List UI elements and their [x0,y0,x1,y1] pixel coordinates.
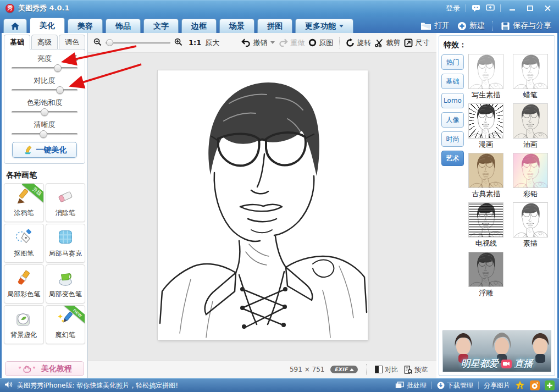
original-image-button[interactable]: 原图 [308,38,333,48]
add-app-icon[interactable] [545,380,555,390]
effect-comic[interactable]: 漫画 [467,104,505,150]
brush-mosaic[interactable]: 局部马赛克 [46,224,86,263]
slider-knob[interactable] [41,108,48,116]
zoom-out-icon[interactable] [93,38,102,48]
resize-button[interactable]: 尺寸 [404,38,429,48]
maximize-button[interactable] [524,4,536,13]
tab-beautify[interactable]: 美化 [30,18,65,34]
brush-magic-pen[interactable]: 魔幻笔 new [46,305,86,344]
exif-badge[interactable]: EXIF [330,366,358,373]
rotate-button[interactable]: 旋转 [346,38,371,48]
batch-process-button[interactable]: 批处理 [395,381,427,390]
plus-circle-icon [457,21,467,31]
adjust-tab-advanced[interactable]: 高级 [31,35,58,49]
effects-panel: 特效： 热门 基础 Lomo 人像 时尚 艺术 写生素描 [436,33,557,378]
contrast-slider[interactable] [12,89,78,91]
effect-sketch[interactable]: 素描 [512,203,549,249]
app-logo-icon: 秀 [5,4,14,13]
slider-knob[interactable] [54,64,62,72]
minimize-button[interactable] [506,4,518,13]
chevron-down-icon [339,25,344,27]
brush-local-color-pen[interactable]: 局部彩色笔 [4,264,44,303]
mosaic-icon [56,229,75,246]
open-button[interactable]: 打开 [420,21,450,31]
new-button[interactable]: 新建 [457,21,485,31]
zoom-in-icon[interactable] [174,38,182,48]
taskbar: 美图秀秀iPhone版: 帮你快速美化照片，轻松搞定拼图! 批处理 下载管理 分… [0,378,559,392]
one-key-beautify-button[interactable]: 一键美化 [12,142,77,158]
zoom-original-label[interactable]: 原大 [205,38,219,48]
divider [366,364,367,375]
photo-image[interactable] [158,70,368,340]
clarity-slider[interactable] [12,133,78,135]
category-portrait[interactable]: 人像 [441,112,464,128]
header: 秀 美图秀秀 4.0.1 登录 美化 美容 [0,0,559,33]
category-art[interactable]: 艺术 [441,151,464,166]
brush-cutout-pen[interactable]: 抠图笔 [4,224,44,263]
zoom-slider-knob[interactable] [106,39,113,46]
effect-oil-painting[interactable]: 油画 [512,104,549,150]
tab-collage[interactable]: 拼图 [257,19,292,34]
brush-background-blur[interactable]: 背景虚化 [4,305,44,344]
save-share-button[interactable]: 保存与分享 [501,21,551,31]
slider-knob[interactable] [56,86,64,94]
crop-button[interactable]: 裁剪 [375,38,400,48]
stamp-icon [23,145,33,154]
divider [431,382,432,389]
saturation-slider[interactable] [12,111,78,113]
download-icon [437,382,445,389]
category-hot[interactable]: 热门 [441,54,464,70]
reset-icon[interactable] [71,54,79,64]
beautify-tutorial-button[interactable]: 美化教程 [5,361,84,376]
brightness-slider[interactable] [12,67,78,69]
category-fashion[interactable]: 时尚 [441,131,464,147]
compare-icon [375,366,383,373]
category-basic[interactable]: 基础 [441,74,464,89]
chevron-down-icon[interactable] [270,41,275,44]
color-brush-icon [14,269,33,287]
effect-crayon[interactable]: 蜡笔 [512,54,549,100]
brush-recolor-pen[interactable]: 局部变色笔 [46,264,86,303]
effect-classic-sketch[interactable]: 古典素描 [467,153,505,199]
app-window: 秀 美图秀秀 4.0.1 登录 美化 美容 [0,0,559,392]
slider-knob[interactable] [40,130,47,138]
effect-tv-lines[interactable]: 电视线 [467,203,505,249]
tab-frame[interactable]: 边框 [181,19,217,34]
effect-color-pencil[interactable]: 彩铅 [512,153,549,199]
zoom-ratio-label[interactable]: 1:1 [189,38,201,47]
effect-sketch-drawing[interactable]: 写生素描 [467,54,505,100]
compare-button[interactable]: 对比 [375,365,398,374]
taskbar-notice[interactable]: 美图秀秀iPhone版: 帮你快速美化照片，轻松搞定拼图! [17,381,178,390]
redo-button[interactable]: 重做 [279,38,305,48]
home-button[interactable] [3,19,27,34]
toolbar: 1:1 原大 撤销 重做 原图 旋转 [88,33,436,53]
tab-text[interactable]: 文字 [143,19,179,34]
adjust-tab-basic[interactable]: 基础 [4,35,30,49]
adjust-tab-tone[interactable]: 调色 [59,35,85,49]
contrast-label: 对比度 [4,76,85,86]
brush-doodle-pen[interactable]: 涂鸦笔 升级 [4,183,44,222]
close-button[interactable] [541,4,554,13]
zoom-slider[interactable] [106,42,170,44]
tab-accessories[interactable]: 饰品 [106,19,141,34]
qzone-icon[interactable]: z [515,380,525,390]
divider [492,21,493,31]
undo-icon [241,38,251,47]
download-manager-button[interactable]: 下载管理 [437,381,473,390]
login-link[interactable]: 登录 [446,3,460,13]
effect-emboss[interactable]: 浮雕 [467,252,505,298]
category-lomo[interactable]: Lomo [441,93,464,108]
ad-banner[interactable]: 明星都爱 直播 [442,330,551,372]
weibo-icon[interactable] [530,380,540,390]
effects-grid: 写生素描 蜡笔 漫画 油画 [464,54,552,298]
tab-more-features[interactable]: 更多功能 [295,19,353,34]
feedback-chat-icon[interactable] [472,4,480,12]
share-images-button[interactable]: 分享图片 [484,381,510,390]
undo-button[interactable]: 撤销 [241,38,275,48]
skin-screen-icon[interactable] [486,4,495,12]
tab-cosmetic[interactable]: 美容 [68,19,103,34]
triangle-up-icon [350,368,354,371]
brush-eraser[interactable]: 消除笔 [46,183,86,222]
tab-scene[interactable]: 场景 [219,19,254,34]
preview-button[interactable]: 预览 [404,365,428,374]
